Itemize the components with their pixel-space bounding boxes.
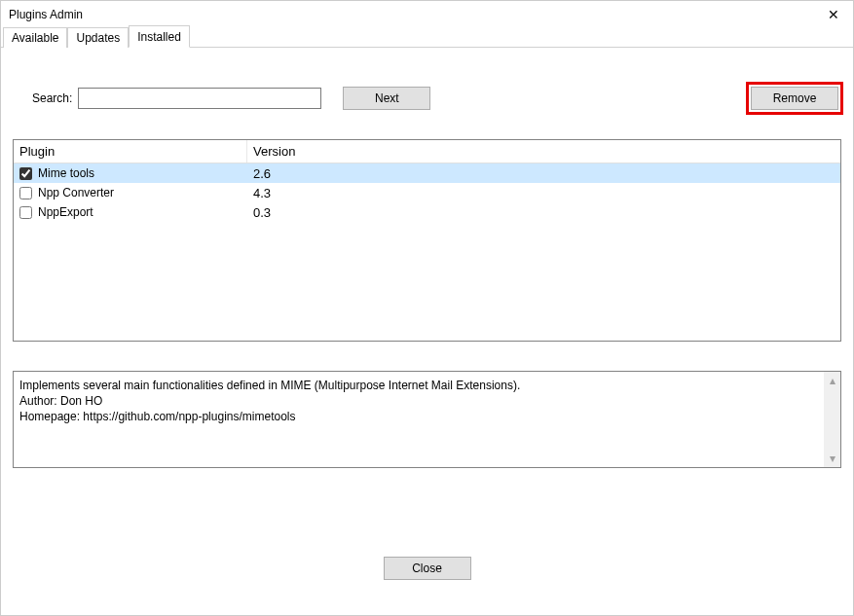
- desc-line: Author: Don HO: [19, 394, 102, 408]
- row-checkbox[interactable]: [19, 167, 32, 180]
- plugin-name: Mime tools: [38, 166, 94, 180]
- plugin-cell: Npp Converter: [14, 185, 247, 200]
- plugin-name: Npp Converter: [38, 186, 114, 199]
- next-button[interactable]: Next: [343, 87, 430, 110]
- description-panel: Implements several main functionalities …: [13, 371, 841, 468]
- version-cell: 2.6: [247, 165, 393, 182]
- tab-updates[interactable]: Updates: [67, 27, 129, 48]
- remove-highlight: Remove: [746, 82, 843, 115]
- row-checkbox[interactable]: [19, 187, 32, 199]
- tab-content: Search: Next Remove Plugin Version Mime …: [1, 48, 853, 478]
- description-text: Implements several main functionalities …: [14, 372, 840, 431]
- tab-strip: Available Updates Installed: [1, 26, 853, 48]
- table-row[interactable]: Mime tools 2.6: [14, 163, 840, 183]
- table-body: Mime tools 2.6 Npp Converter 4.3 NppExpo…: [14, 163, 840, 222]
- version-cell: 4.3: [247, 185, 393, 201]
- scroll-up-icon[interactable]: ▴: [830, 372, 835, 389]
- remove-button[interactable]: Remove: [751, 87, 838, 110]
- tab-installed[interactable]: Installed: [129, 25, 190, 48]
- title-bar: Plugins Admin ✕: [1, 1, 853, 26]
- tab-available[interactable]: Available: [3, 27, 67, 48]
- desc-line: Implements several main functionalities …: [19, 379, 520, 392]
- scrollbar[interactable]: ▴ ▾: [824, 372, 840, 467]
- table-row[interactable]: NppExport 0.3: [14, 202, 840, 222]
- close-icon[interactable]: ✕: [822, 6, 845, 23]
- table-header: Plugin Version: [14, 140, 840, 163]
- row-checkbox[interactable]: [19, 206, 32, 219]
- header-plugin[interactable]: Plugin: [14, 140, 247, 163]
- close-button[interactable]: Close: [384, 557, 471, 580]
- plugin-cell: Mime tools: [14, 165, 247, 181]
- plugin-table: Plugin Version Mime tools 2.6 Npp Conver…: [13, 139, 841, 342]
- search-input[interactable]: [78, 88, 321, 109]
- table-row[interactable]: Npp Converter 4.3: [14, 183, 840, 202]
- search-row: Search: Next: [32, 87, 841, 110]
- version-cell: 0.3: [247, 204, 393, 221]
- dialog-buttons: Close: [1, 557, 853, 580]
- scroll-down-icon[interactable]: ▾: [830, 450, 835, 467]
- plugin-name: NppExport: [38, 205, 93, 219]
- desc-line: Homepage: https://github.com/npp-plugins…: [19, 410, 295, 423]
- plugin-cell: NppExport: [14, 204, 247, 220]
- window-title: Plugins Admin: [9, 8, 83, 21]
- search-label: Search:: [32, 91, 72, 105]
- header-version[interactable]: Version: [247, 140, 393, 163]
